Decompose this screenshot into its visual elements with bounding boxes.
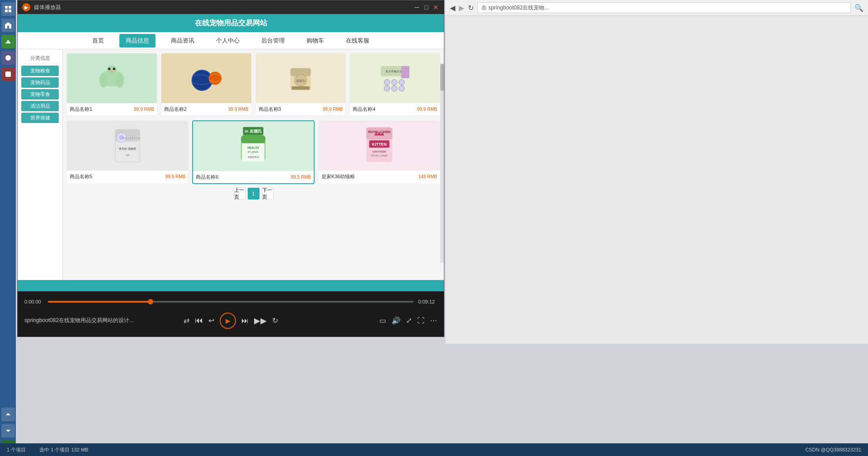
nav-home[interactable]: 首页 [86,34,110,48]
taskbar-arrow-up[interactable] [1,408,15,421]
product-card-4[interactable]: 复方草碱太尔片 [349,53,440,116]
svg-point-25 [392,80,397,86]
svg-point-9 [116,73,124,87]
prev-button[interactable]: ⏮ [195,316,203,325]
product-image-6: in 友德氏 HEALTH in plus 宠物营养品 [193,121,313,171]
svg-rect-30 [401,66,409,78]
minimize-button[interactable]: ─ [413,4,420,11]
svg-rect-2 [5,10,8,12]
sidebar-item-food[interactable]: 宠物粮食 [21,66,59,76]
nav-cart[interactable]: 购物车 [300,34,330,48]
svg-rect-41 [241,135,265,143]
sidebar-item-nutrition[interactable]: 营养保健 [21,113,59,123]
product-card-3[interactable]: 猫罐头 商品名称3 99.9 RMB [255,53,346,116]
sidebar-item-medicine[interactable]: 宠物药品 [21,77,59,88]
svg-text:in 友德氏: in 友德氏 [245,129,262,133]
product-name-1: 商品名称1 [70,106,92,113]
scrollbar[interactable] [440,64,444,263]
more-button[interactable]: ⋯ [430,316,437,325]
progress-bar[interactable] [48,301,414,303]
progress-bar-container: 0:00:00 0:09:12 [24,299,437,304]
svg-point-29 [399,86,405,91]
taskbar-item-4[interactable] [1,51,15,65]
product-info-6: 商品名称6 99.5 RMB [193,171,313,183]
repeat-button[interactable]: ↻ [272,316,278,325]
svg-text:KITTEN: KITTEN [372,142,387,147]
svg-text:宠物营养品: 宠物营养品 [248,156,259,158]
product-card-6[interactable]: in 友德氏 HEALTH in plus 宠物营养品 [192,120,314,184]
product-card-2[interactable]: 商品名称2 99.9 RMB [161,53,252,116]
web-content-area: 在线宠物用品交易网站 首页 商品信息 商品资讯 个人中心 后台管理 购物车 在线… [18,14,444,291]
next-page-button[interactable]: 下一页 [262,188,274,200]
taskbar-item-2[interactable] [1,19,15,32]
product-image-4: 复方草碱太尔片 [350,53,440,103]
extra-controls: ▭ 🔊 ⤢ ⛶ ⋯ [278,316,437,325]
shuffle-button[interactable]: ⇄ [184,316,189,325]
taskbar-item-count: 1 个项目 [0,446,33,453]
nav-service[interactable]: 在线客服 [340,34,376,48]
prev-page-button[interactable]: 上一页 [234,188,245,200]
browser-refresh-button[interactable]: ↻ [468,4,474,12]
close-button[interactable]: ✕ [432,4,439,11]
taskbar-item-3[interactable] [1,35,15,48]
browser-toolbar: ◀ ▶ ↻ 在 springboot082在线宠物... 🔍 [445,0,868,16]
controls-row: springboot082在线宠物用品交易网站的设计... ⇄ ⏮ ↩ ▶ ⏭ … [24,313,437,329]
browser-forward-button[interactable]: ▶ [459,4,464,12]
step-forward-button[interactable]: ⏭ [241,317,249,325]
product-image-1 [67,53,157,103]
pip-button[interactable]: ⤢ [406,316,412,325]
subtitles-button[interactable]: ▭ [379,316,386,325]
taskbar-right-info: CSDN @QQ3888323231 [798,447,868,452]
product-price-5: 99.9 RMB [165,174,185,179]
site-nav: 首页 商品信息 商品资讯 个人中心 后台管理 购物车 在线客服 [18,32,444,49]
svg-point-11 [113,68,115,70]
nav-admin[interactable]: 后台管理 [255,34,291,48]
category-sidebar: 分类信息 宠物粮食 宠物药品 宠物零食 清洁用品 营养保健 [18,49,63,280]
nav-news[interactable]: 商品资讯 [165,34,201,48]
sidebar-title: 分类信息 [21,53,59,64]
nav-products[interactable]: 商品信息 [119,34,156,48]
nav-personal[interactable]: 个人中心 [210,34,246,48]
rewind-button[interactable]: ↩ [208,316,214,325]
taskbar-arrow-down[interactable] [1,424,15,437]
right-panel: ◀ ▶ ↻ 在 springboot082在线宠物... 🔍 [445,0,868,344]
bottom-taskbar: 1 个项目 选中 1 个项目 132 MB CSDN @QQ3888323231 [0,443,868,456]
play-button[interactable]: ▶ [220,313,236,329]
maximize-button[interactable]: □ [423,4,430,11]
svg-text:ROYAL CANIN: ROYAL CANIN [371,154,387,157]
product-card-1[interactable]: 商品名称1 99.9 RMB [66,53,157,116]
current-time: 0:00:00 [24,299,43,304]
page-1-button[interactable]: 1 [248,188,259,200]
product-card-7[interactable]: ROYAL CANIN KITTEN 幼猫专用猫粮 ROYAL CANIN [318,120,440,184]
product-name-2: 商品名称2 [164,106,187,113]
product-info-3: 商品名称3 99.9 RMB [256,103,346,115]
browser-search-button[interactable]: 🔍 [854,4,863,12]
product-info-5: 商品名称5 99.9 RMB [67,171,188,183]
svg-text:美毛科·宠物用: 美毛科·宠物用 [119,147,136,150]
fullscreen-button[interactable]: ⛶ [417,317,425,325]
product-info-4: 商品名称4 99.9 RMB [350,103,440,115]
volume-button[interactable]: 🔊 [392,316,401,325]
next-button[interactable]: ▶▶ [254,316,267,326]
sidebar-item-snacks[interactable]: 宠物零食 [21,89,59,100]
svg-rect-0 [5,6,8,9]
svg-point-28 [392,86,397,91]
media-player-window: ▶ 媒体播放器 ─ □ ✕ 在线宠物用品交易网站 首页 商品信息 [17,0,444,337]
svg-text:ウェットティシュ: ウェットティシュ [123,137,141,139]
taskbar-item-1[interactable] [1,2,15,16]
svg-point-26 [399,80,405,86]
taskbar-item-5[interactable] [1,67,15,81]
sidebar-item-cleaning[interactable]: 清洁用品 [21,101,59,111]
scrollbar-thumb[interactable] [440,64,444,91]
svg-text:猫罐头: 猫罐头 [296,79,305,83]
video-controls: 0:00:00 0:09:12 springboot082在线宠物用品交易网站的… [18,291,444,337]
product-info-1: 商品名称1 99.9 RMB [67,103,157,115]
total-time: 0:09:12 [418,299,437,304]
product-card-5[interactable]: ウェットティシュ 美毛科·宠物用 100 商品名称5 99.9 RMB [66,120,189,184]
address-bar[interactable]: 在 springboot082在线宠物... [477,2,851,13]
progress-thumb [148,299,153,304]
progress-fill [48,301,151,303]
browser-back-button[interactable]: ◀ [450,4,455,12]
svg-rect-3 [9,10,11,12]
product-price-4: 99.9 RMB [417,107,437,112]
